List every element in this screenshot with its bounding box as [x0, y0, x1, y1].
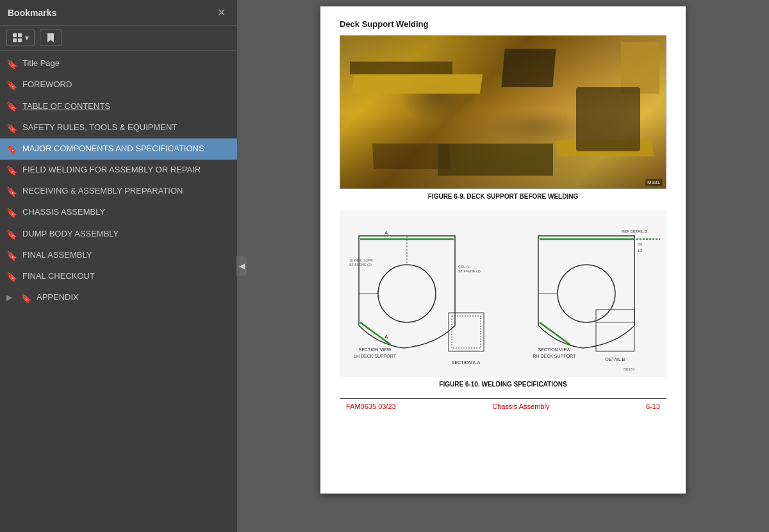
- figure2-caption: FIGURE 6-10. WELDING SPECIFICATIONS: [340, 381, 666, 388]
- rh-deck-support-drawing: REF DETAIL B SECTION VIEW RH DECK SUPPOR…: [533, 229, 660, 358]
- svg-rect-27: [449, 313, 484, 351]
- bookmark-icon-final-assembly: 🔖: [6, 250, 17, 262]
- figure1-image-container: M331: [340, 35, 666, 189]
- svg-rect-1: [18, 33, 22, 37]
- expand-icon-appendix: ▶: [6, 293, 15, 303]
- bookmark-label-safety: SAFETY RULES, TOOLS & EQUIPMENT: [22, 122, 229, 133]
- bookmark-label-final-assembly: FINAL ASSEMBLY: [22, 250, 229, 261]
- welding-photo: M331: [340, 35, 666, 189]
- bookmarks-list: 🔖 Title Page 🔖 FOREWORD 🔖 TABLE OF CONTE…: [0, 51, 237, 532]
- footer-center: Chassis Assembly: [492, 403, 549, 410]
- svg-text:SECTION VIEW: SECTION VIEW: [359, 347, 392, 352]
- sidebar: Bookmarks ✕ ▾ 🔖 Title Page 🔖 FOREWORD: [0, 0, 237, 532]
- close-button[interactable]: ✕: [213, 5, 229, 20]
- svg-text:STIFFENE (2): STIFFENE (2): [349, 263, 372, 267]
- bookmark-item-chassis-assembly[interactable]: 🔖 CHASSIS ASSEMBLY: [0, 202, 237, 223]
- svg-text:10 DEK. SUPP.: 10 DEK. SUPP.: [349, 258, 374, 262]
- bookmark-item-appendix[interactable]: ▶ 🔖 APPENDIX: [0, 287, 237, 308]
- svg-text:3/8: 3/8: [638, 242, 642, 246]
- grid-icon: [12, 33, 22, 43]
- bookmark-item-major-components[interactable]: 🔖 MAJOR COMPONENTS AND SPECIFICATIONS: [0, 138, 237, 160]
- svg-line-20: [540, 322, 570, 345]
- bookmark-icon-field-welding: 🔖: [6, 165, 17, 176]
- svg-text:A: A: [384, 230, 388, 236]
- bookmark-icon-final-checkout: 🔖: [6, 271, 17, 283]
- bookmark-icon-chassis-assembly: 🔖: [6, 207, 17, 219]
- bookmark-icon-receiving: 🔖: [6, 186, 17, 197]
- svg-text:1/2: 1/2: [638, 249, 642, 253]
- svg-text:REF DETAIL B: REF DETAIL B: [622, 229, 647, 233]
- bookmark-label-toc: TABLE OF CONTENTS: [22, 101, 229, 112]
- bookmark-item-safety[interactable]: 🔖 SAFETY RULES, TOOLS & EQUIPMENT: [0, 117, 237, 138]
- svg-rect-3: [18, 38, 22, 42]
- page-container[interactable]: Deck Support Welding M331 FIGURE 6-9.: [237, 0, 769, 532]
- sidebar-title: Bookmarks: [8, 8, 56, 18]
- machine-overlay-3: [621, 42, 659, 94]
- page-footer: FAM0635 03/23 Chassis Assembly 6-13: [340, 398, 666, 414]
- bookmark-label-foreword: FOREWORD: [22, 79, 229, 90]
- svg-rect-0: [13, 33, 17, 37]
- bookmark-icon-major-components: 🔖: [6, 144, 17, 155]
- machine-overlay-1: [501, 49, 556, 87]
- bookmark-item-final-assembly[interactable]: 🔖 FINAL ASSEMBLY: [0, 245, 237, 266]
- bookmark-label-chassis-assembly: CHASSIS ASSEMBLY: [22, 207, 229, 218]
- dropdown-arrow: ▾: [25, 33, 29, 42]
- svg-point-4: [378, 265, 436, 322]
- svg-text:86329: 86329: [624, 367, 634, 371]
- bookmark-label-appendix: APPENDIX: [37, 292, 229, 303]
- bookmark-item-title-page[interactable]: 🔖 Title Page: [0, 53, 237, 74]
- bookmark-icon-safety: 🔖: [6, 122, 17, 134]
- bookmark-item-receiving[interactable]: 🔖 RECEIVING & ASSEMBLY PREPARATION: [0, 181, 237, 202]
- section-aa-drawing: SECTION A-A: [449, 313, 484, 365]
- footer-right: 6-13: [646, 403, 660, 410]
- svg-text:SECTION VIEW: SECTION VIEW: [538, 347, 571, 352]
- bookmark-item-final-checkout[interactable]: 🔖 FINAL CHECKOUT: [0, 266, 237, 287]
- bookmark-icon-button[interactable]: [40, 29, 62, 46]
- svg-text:SECTION A-A: SECTION A-A: [452, 360, 481, 365]
- sidebar-collapse-arrow[interactable]: ◀: [236, 256, 247, 276]
- beam-shape-1: [352, 74, 483, 94]
- section-title: Deck Support Welding: [340, 19, 666, 29]
- bookmark-label-major-components: MAJOR COMPONENTS AND SPECIFICATIONS: [22, 144, 229, 154]
- beam-shape-2: [350, 62, 452, 74]
- photo-watermark: M331: [645, 179, 662, 186]
- svg-text:DETAIL B: DETAIL B: [606, 357, 625, 362]
- bookmark-item-field-welding[interactable]: 🔖 FIELD WELDING FOR ASSEMBLY OR REPAIR: [0, 160, 237, 181]
- bookmark-item-dump-body[interactable]: 🔖 DUMP BODY ASSEMBLY: [0, 224, 237, 245]
- detail-b-drawing: DETAIL B 86329: [596, 310, 635, 371]
- bookmark-icon-toc: 🔖: [6, 101, 17, 112]
- bookmark-icon-title-page: 🔖: [6, 58, 17, 70]
- main-content-area: ◀ Deck Support Welding M331: [237, 0, 769, 532]
- sidebar-header: Bookmarks ✕: [0, 0, 237, 26]
- figure2-drawing-container: A A SECTION VIEW LH DECK SUPPORT 10 DEK.…: [340, 210, 666, 377]
- figure1-caption: FIGURE 6-9. DECK SUPPORT BEFORE WELDING: [340, 193, 666, 200]
- bookmark-item-foreword[interactable]: 🔖 FOREWORD: [0, 74, 237, 96]
- bookmark-label-receiving: RECEIVING & ASSEMBLY PREPARATION: [22, 186, 229, 197]
- welding-spec-drawing: A A SECTION VIEW LH DECK SUPPORT 10 DEK.…: [340, 210, 666, 377]
- bookmark-icon: [45, 33, 56, 43]
- bookmark-icon-appendix: 🔖: [21, 292, 31, 304]
- bookmark-label-dump-body: DUMP BODY ASSEMBLY: [22, 229, 229, 240]
- svg-text:RH DECK SUPPORT: RH DECK SUPPORT: [533, 354, 576, 358]
- bookmark-label-title-page: Title Page: [22, 58, 229, 69]
- svg-text:COL (L): COL (L): [458, 265, 471, 269]
- bookmark-icon-foreword: 🔖: [6, 79, 17, 91]
- lh-deck-support-drawing: A A SECTION VIEW LH DECK SUPPORT 10 DEK.…: [349, 230, 481, 358]
- toolbar-row: ▾: [0, 26, 237, 51]
- svg-text:A: A: [384, 334, 388, 340]
- svg-rect-2: [13, 38, 17, 42]
- svg-text:STIFFENE (2): STIFFENE (2): [458, 269, 481, 273]
- views-button[interactable]: ▾: [6, 29, 35, 46]
- svg-rect-28: [452, 316, 481, 348]
- dark-area-2: [438, 144, 553, 176]
- bookmark-item-toc[interactable]: 🔖 TABLE OF CONTENTS: [0, 96, 237, 117]
- bookmark-label-field-welding: FIELD WELDING FOR ASSEMBLY OR REPAIR: [22, 165, 229, 176]
- document-page: Deck Support Welding M331 FIGURE 6-9.: [320, 6, 686, 494]
- svg-text:LH DECK SUPPORT: LH DECK SUPPORT: [354, 354, 397, 358]
- bookmark-icon-dump-body: 🔖: [6, 229, 17, 240]
- bookmark-label-final-checkout: FINAL CHECKOUT: [22, 271, 229, 282]
- svg-point-17: [558, 265, 615, 322]
- dark-area-1: [576, 87, 640, 151]
- footer-left: FAM0635 03/23: [346, 403, 396, 410]
